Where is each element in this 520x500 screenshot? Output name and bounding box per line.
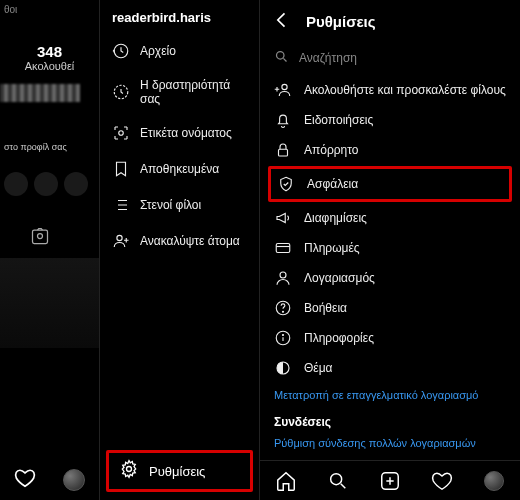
settings-item-follow-invite[interactable]: Ακολουθήστε και προσκαλέστε φίλους [260,75,520,105]
svg-point-5 [117,235,122,240]
menu-item-archive[interactable]: Αρχείο [100,33,259,69]
menu-item-label: Αρχείο [140,44,176,58]
add-person-icon [274,81,292,99]
megaphone-icon [274,209,292,227]
settings-item-label: Διαφημίσεις [304,211,367,225]
back-icon[interactable] [272,10,292,33]
svg-point-11 [280,272,286,278]
settings-item-notifications[interactable]: Ειδοποιήσεις [260,105,520,135]
settings-item-label: Βοήθεια [304,301,347,315]
settings-item-help[interactable]: Βοήθεια [260,293,520,323]
settings-item-label: Πληροφορίες [304,331,374,345]
settings-item-account[interactable]: Λογαριασμός [260,263,520,293]
settings-button[interactable]: Ρυθμίσεις [106,450,253,492]
svg-rect-9 [279,149,288,156]
heart-icon[interactable] [14,467,36,493]
tagged-tab-icon[interactable] [30,226,99,250]
svg-point-15 [282,334,283,335]
activity-icon [112,83,130,101]
settings-item-ads[interactable]: Διαφημίσεις [260,203,520,233]
settings-item-label: Ακολουθήστε και προσκαλέστε φίλους [304,83,506,97]
settings-item-label: Ασφάλεια [307,177,358,191]
svg-point-4 [119,131,124,136]
profile-small-text: στο προφίλ σας [4,142,99,152]
settings-item-privacy[interactable]: Απόρρητο [260,135,520,165]
add-person-icon [112,232,130,250]
menu-item-activity[interactable]: Η δραστηριότητά σας [100,69,259,115]
settings-pane: Ρυθμίσεις Αναζήτηση Ακολουθήστε και προσ… [260,0,520,500]
settings-header: Ρυθμίσεις [260,0,520,43]
menu-item-nametag[interactable]: Ετικέτα ονόματος [100,115,259,151]
search-icon [274,49,289,67]
gear-icon [119,459,139,483]
search-placeholder: Αναζήτηση [299,51,357,65]
multi-account-link[interactable]: Ρύθμιση σύνδεσης πολλών λογαριασμών [260,431,520,455]
svg-point-7 [277,52,285,60]
bell-icon [274,111,292,129]
avatar[interactable] [63,469,85,491]
page-title: Ρυθμίσεις [306,13,376,30]
settings-item-label: Θέμα [304,361,333,375]
theme-icon [274,359,292,377]
settings-item-about[interactable]: Πληροφορίες [260,323,520,353]
shield-icon [277,175,295,193]
followers-label: Ακολουθεί [0,60,99,72]
svg-point-1 [38,234,43,239]
connections-section-label: Συνδέσεις [260,407,520,431]
menu-item-label: Αποθηκευμένα [140,162,219,176]
username-header: readerbird.haris [100,0,259,33]
blurred-name [0,84,80,102]
card-icon [274,239,292,257]
add-post-icon[interactable] [379,470,401,492]
settings-item-security[interactable]: Ασφάλεια [268,166,512,202]
list-icon [112,196,130,214]
svg-point-13 [282,311,283,312]
settings-item-label: Πληρωμές [304,241,360,255]
lock-icon [274,141,292,159]
menu-item-close-friends[interactable]: Στενοί φίλοι [100,187,259,223]
followers-block[interactable]: 348 Ακολουθεί [0,43,99,72]
archive-icon [112,42,130,60]
settings-item-label: Απόρρητο [304,143,359,157]
heart-icon[interactable] [431,470,453,492]
menu-item-label: Στενοί φίλοι [140,198,201,212]
settings-item-label: Λογαριασμός [304,271,375,285]
bottom-nav [260,460,520,500]
story-circle[interactable] [34,172,58,196]
story-circle[interactable] [64,172,88,196]
svg-point-8 [282,84,287,89]
help-icon [274,299,292,317]
menu-item-saved[interactable]: Αποθηκευμένα [100,151,259,187]
menu-item-label: Ετικέτα ονόματος [140,126,232,140]
settings-item-payments[interactable]: Πληρωμές [260,233,520,263]
settings-item-label: Ειδοποιήσεις [304,113,373,127]
info-icon [274,329,292,347]
svg-point-17 [331,473,342,484]
search-row[interactable]: Αναζήτηση [260,43,520,73]
grid-placeholder [0,258,99,348]
settings-label: Ρυθμίσεις [149,464,205,479]
svg-rect-0 [33,230,48,243]
bottom-nav-partial [0,460,99,500]
followers-partial-label: θοι [4,4,99,15]
bookmark-icon [112,160,130,178]
svg-point-6 [127,467,132,472]
settings-item-theme[interactable]: Θέμα [260,353,520,383]
menu-item-discover[interactable]: Ανακαλύψτε άτομα [100,223,259,259]
menu-item-label: Η δραστηριότητά σας [140,78,247,106]
search-icon[interactable] [327,470,349,492]
followers-count: 348 [0,43,99,60]
avatar[interactable] [483,470,505,492]
story-highlights[interactable] [4,172,99,196]
drawer-menu: readerbird.haris Αρχείο Η δραστηριότητά … [100,0,260,500]
svg-rect-10 [276,244,290,253]
nametag-icon [112,124,130,142]
person-icon [274,269,292,287]
home-icon[interactable] [275,470,297,492]
menu-item-label: Ανακαλύψτε άτομα [140,234,240,248]
story-circle[interactable] [4,172,28,196]
professional-account-link[interactable]: Μετατροπή σε επαγγελματικό λογαριασμό [260,383,520,407]
profile-pane: θοι 348 Ακολουθεί στο προφίλ σας [0,0,100,500]
